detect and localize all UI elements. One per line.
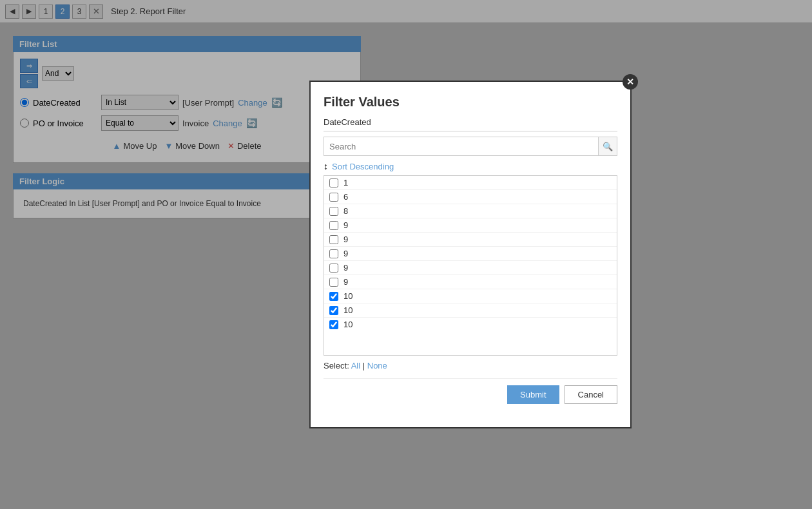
list-item-value-4: 9 — [343, 235, 348, 244]
list-item: 9 — [324, 275, 617, 289]
list-item: 8 — [324, 204, 617, 218]
list-item-value-10: 10 — [343, 320, 353, 329]
select-label: Select: — [324, 361, 349, 370]
list-item-checkbox-9[interactable] — [329, 306, 338, 315]
list-item-checkbox-8[interactable] — [329, 292, 338, 301]
search-button[interactable]: 🔍 — [598, 137, 617, 156]
list-item-checkbox-0[interactable] — [329, 178, 338, 187]
list-item: 10 — [324, 289, 617, 303]
list-item-value-2: 8 — [343, 206, 348, 216]
list-item: 9 — [324, 233, 617, 247]
list-item: 9 — [324, 247, 617, 261]
modal-close-button[interactable]: ✕ — [623, 74, 638, 90]
sort-descending-icon: ↕ — [324, 161, 328, 171]
select-row: Select: All | None — [324, 361, 617, 370]
search-container: 🔍 — [324, 137, 617, 156]
list-item: 10 — [324, 318, 617, 331]
submit-button[interactable]: Submit — [507, 385, 559, 404]
list-item-value-1: 6 — [343, 192, 348, 202]
list-item: 6 — [324, 190, 617, 204]
list-item: 10 — [324, 303, 617, 318]
select-none-link[interactable]: None — [367, 361, 387, 370]
list-item-checkbox-4[interactable] — [329, 235, 338, 244]
list-item-checkbox-6[interactable] — [329, 264, 338, 273]
list-item-value-8: 10 — [343, 291, 353, 301]
modal-overlay: ✕ Filter Values DateCreated 🔍 ↕ Sort Des… — [0, 0, 812, 509]
list-item-value-6: 9 — [343, 263, 348, 273]
list-item-checkbox-3[interactable] — [329, 221, 338, 230]
filter-values-modal: ✕ Filter Values DateCreated 🔍 ↕ Sort Des… — [309, 81, 632, 428]
list-item-value-0: 1 — [343, 178, 348, 187]
modal-footer: Submit Cancel — [324, 378, 617, 404]
list-item-value-7: 9 — [343, 277, 348, 287]
list-item-checkbox-1[interactable] — [329, 193, 338, 202]
filter-values-list[interactable]: 16899999101010 — [324, 175, 617, 356]
cancel-button[interactable]: Cancel — [565, 385, 617, 404]
sort-descending-link[interactable]: Sort Descending — [332, 162, 394, 171]
list-item-value-9: 10 — [343, 305, 353, 315]
list-item-checkbox-5[interactable] — [329, 249, 338, 258]
sort-row: ↕ Sort Descending — [324, 161, 617, 171]
select-all-link[interactable]: All — [351, 361, 360, 370]
list-item-checkbox-2[interactable] — [329, 207, 338, 216]
list-item-checkbox-10[interactable] — [329, 320, 338, 329]
list-item: 9 — [324, 218, 617, 233]
search-icon: 🔍 — [603, 142, 613, 151]
list-item: 1 — [324, 176, 617, 190]
modal-title: Filter Values — [324, 95, 617, 110]
list-item-checkbox-7[interactable] — [329, 278, 338, 287]
list-item-value-3: 9 — [343, 220, 348, 230]
search-input[interactable] — [324, 137, 617, 156]
list-item: 9 — [324, 261, 617, 275]
separator: | — [363, 361, 365, 370]
modal-field-label: DateCreated — [324, 117, 617, 131]
list-item-value-5: 9 — [343, 249, 348, 258]
